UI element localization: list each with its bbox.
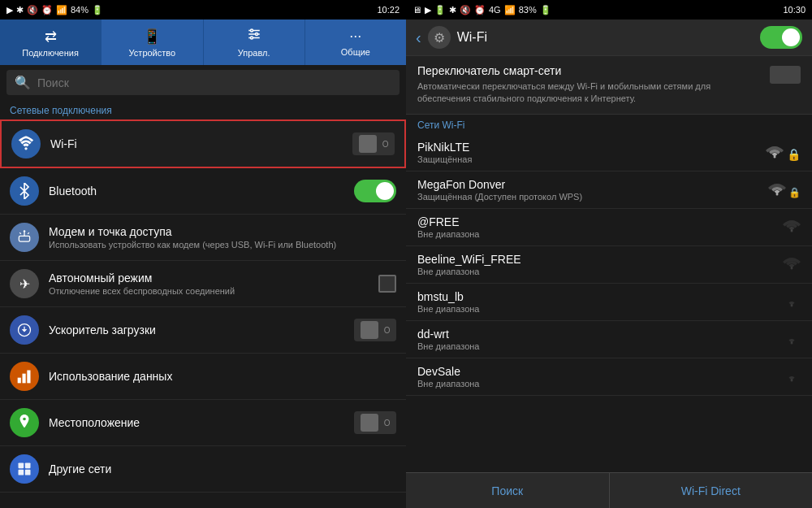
wifi-header-toggle-knob — [782, 28, 800, 46]
right-status-bar: 🖥 ▶ 🔋 ✱ 🔇 ⏰ 4G 📶 83% 🔋 10:30 — [406, 0, 812, 20]
svg-rect-15 — [27, 371, 30, 384]
svg-point-4 — [255, 33, 257, 36]
network-item-free[interactable]: @FREE Вне диапазона — [406, 209, 812, 246]
svg-point-16 — [23, 418, 26, 421]
wifi-item[interactable]: Wi-Fi O — [0, 119, 406, 168]
network-info-bmstu: bmstu_lb Вне диапазона — [417, 290, 775, 314]
network-name-bmstu: bmstu_lb — [417, 290, 775, 303]
network-info-megafon: MegaFon Donver Защищённая (Доступен прот… — [417, 178, 760, 202]
bluetooth-toggle[interactable] — [354, 180, 396, 202]
airplane-item-text: Автономный режим Отключение всех беспров… — [49, 271, 369, 296]
tab-connections-label: Подключения — [22, 48, 79, 58]
other-item[interactable]: Другие сети — [0, 446, 406, 493]
bottom-buttons: Поиск Wi-Fi Direct — [406, 472, 812, 508]
time-left: 10:22 — [377, 5, 400, 15]
network-status-pikniklte: Защищённая — [417, 154, 758, 164]
right-4g-icon: 4G — [489, 5, 501, 15]
general-icon: ··· — [349, 28, 361, 45]
network-info-free: @FREE Вне диапазона — [417, 215, 775, 239]
network-name-devsale: DevSale — [417, 365, 775, 378]
search-btn[interactable]: Поиск — [406, 473, 610, 508]
network-name-pikniklte: PikNikLTE — [417, 141, 758, 154]
right-status-icons: 🖥 ▶ 🔋 ✱ 🔇 ⏰ 4G 📶 83% 🔋 — [412, 5, 551, 15]
modem-item-icon — [10, 223, 39, 252]
signal-icon: 📶 — [56, 5, 67, 15]
network-item-devsale[interactable]: DevSale Вне диапазона — [406, 358, 812, 396]
location-toggle[interactable]: O — [354, 411, 396, 434]
location-toggle-knob — [361, 414, 378, 432]
airplane-item-title: Автономный режим — [49, 271, 369, 284]
airplane-item-icon: ✈ — [10, 269, 39, 298]
svg-rect-17 — [19, 463, 24, 469]
network-name-ddwrt: dd-wrt — [417, 328, 775, 341]
right-battery-icon: 🔋 — [434, 5, 446, 15]
network-name-free: @FREE — [417, 215, 775, 228]
modem-item[interactable]: Модем и точка доступа Использовать устро… — [0, 215, 406, 261]
network-status-devsale: Вне диапазона — [417, 379, 775, 389]
network-status-free: Вне диапазона — [417, 229, 775, 239]
left-time: 10:22 — [377, 5, 400, 15]
smart-switch-toggle[interactable] — [770, 66, 801, 84]
smart-switch-desc: Автоматически переключаться между Wi-Fi … — [417, 80, 762, 106]
device-icon: 📱 — [143, 28, 161, 46]
left-status-icons: ▶ ✱ 🔇 ⏰ 📶 84% 🔋 — [6, 5, 103, 15]
download-toggle[interactable]: O — [354, 319, 396, 341]
network-item-beeline[interactable]: Beeline_WiFi_FREE Вне диапазона — [406, 246, 812, 284]
network-item-megafon[interactable]: MegaFon Donver Защищённая (Доступен прот… — [406, 172, 812, 209]
wifi-signal-devsale — [783, 367, 801, 385]
data-item[interactable]: Использование данных — [0, 354, 406, 400]
wifi-direct-btn[interactable]: Wi-Fi Direct — [610, 473, 813, 508]
tab-general[interactable]: ··· Общие — [305, 20, 406, 65]
svg-line-11 — [28, 232, 29, 234]
wifi-signal-free — [783, 218, 801, 236]
network-item-ddwrt[interactable]: dd-wrt Вне диапазона — [406, 321, 812, 358]
wifi-toggle[interactable]: O — [352, 132, 395, 155]
wifi-header-toggle[interactable] — [760, 26, 802, 49]
airplane-checkbox[interactable] — [378, 275, 396, 293]
modem-item-subtitle: Использовать устройство как модем (через… — [49, 240, 396, 250]
svg-point-25 — [791, 305, 793, 307]
wifi-settings-icon[interactable]: ⚙ — [428, 26, 451, 49]
network-status-megafon: Защищённая (Доступен протокол WPS) — [417, 192, 760, 202]
search-bar[interactable]: 🔍 — [6, 70, 400, 95]
modem-item-title: Модем и точка доступа — [49, 225, 396, 238]
right-play-icon: ▶ — [425, 5, 431, 15]
svg-rect-20 — [25, 470, 31, 475]
bluetooth-item-icon — [10, 176, 39, 206]
svg-point-5 — [250, 37, 253, 39]
tab-general-label: Общие — [341, 47, 370, 57]
location-item[interactable]: Местоположение O — [0, 400, 406, 446]
download-toggle-label: O — [384, 326, 391, 335]
network-item-bmstu[interactable]: bmstu_lb Вне диапазона — [406, 284, 812, 321]
wifi-networks-label: Сети Wi-Fi — [406, 115, 812, 134]
svg-point-26 — [791, 342, 793, 345]
svg-rect-13 — [18, 378, 21, 384]
bluetooth-item[interactable]: Bluetooth — [0, 168, 406, 215]
other-item-title: Другие сети — [49, 462, 396, 475]
airplane-item[interactable]: ✈ Автономный режим Отключение всех беспр… — [0, 261, 406, 307]
tab-manage-label: Управл. — [238, 48, 270, 58]
modem-item-text: Модем и точка доступа Использовать устро… — [49, 225, 396, 250]
tab-manage[interactable]: Управл. — [204, 20, 305, 65]
battery-left: 84% — [71, 5, 89, 15]
settings-list: Wi-Fi O Bluetooth — [0, 119, 406, 508]
network-item-pikniklte[interactable]: PikNikLTE Защищённая 🔒 — [406, 134, 812, 172]
download-item[interactable]: Ускоритель загрузки O — [0, 307, 406, 354]
bluetooth-toggle-knob — [376, 182, 394, 200]
back-button[interactable]: ‹ — [416, 28, 421, 47]
other-item-text: Другие сети — [49, 462, 396, 475]
right-battery-pct: 83% — [519, 5, 537, 15]
tab-device[interactable]: 📱 Устройство — [102, 20, 203, 65]
search-input[interactable] — [37, 76, 391, 89]
tab-connections[interactable]: ⇄ Подключения — [0, 20, 102, 65]
network-status-beeline: Вне диапазона — [417, 267, 775, 276]
network-status-bmstu: Вне диапазона — [417, 304, 775, 314]
wifi-signal-beeline — [783, 255, 801, 273]
wifi-signal-pikniklte: 🔒 — [766, 144, 801, 161]
wifi-item-title: Wi-Fi — [50, 137, 343, 150]
alarm-icon: ⏰ — [41, 5, 53, 15]
connections-icon: ⇄ — [45, 28, 57, 46]
svg-point-23 — [791, 230, 793, 232]
airplane-item-subtitle: Отключение всех беспроводных соединений — [49, 286, 369, 296]
network-info-beeline: Beeline_WiFi_FREE Вне диапазона — [417, 253, 775, 276]
